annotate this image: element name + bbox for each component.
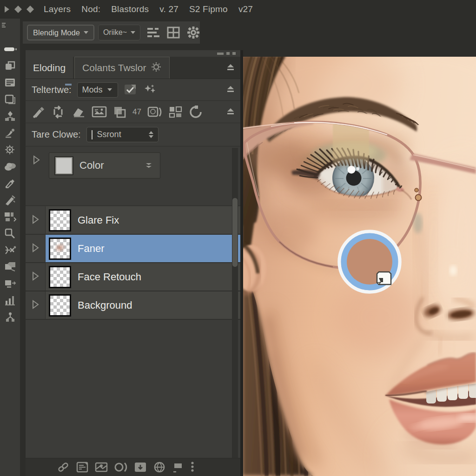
text-cursor [92, 130, 93, 139]
disclosure-triangle-icon[interactable] [31, 271, 40, 283]
color-button[interactable]: Color [49, 152, 160, 178]
blending-mode-button[interactable]: Blendig Mode [27, 25, 94, 40]
file-text-icon[interactable] [75, 461, 89, 473]
titlebar-item: v27 [238, 4, 253, 14]
grid-icon[interactable] [168, 106, 183, 119]
spinner-icon[interactable] [149, 131, 153, 138]
rail-menu-icon[interactable] [1, 22, 8, 28]
flag-icon[interactable] [172, 461, 185, 473]
layer-thumbnail[interactable] [49, 209, 71, 231]
application-window: Layers Nod: Blastords v. 27 S2 Fipmo v27… [0, 0, 476, 476]
eject-icon[interactable] [226, 107, 235, 117]
color-label: Color [79, 159, 104, 172]
disclosure-triangle-icon[interactable] [31, 243, 40, 255]
layer-name: Faner [78, 243, 104, 255]
gear-icon[interactable] [186, 26, 200, 40]
scrollbar[interactable] [232, 148, 238, 476]
layer-row[interactable]: Glare Fix [26, 206, 240, 235]
grid-panes-icon[interactable] [166, 26, 180, 39]
diamond-icon[interactable] [26, 5, 34, 13]
circle-paren-icon[interactable] [113, 461, 128, 473]
tab-colants-twslor[interactable]: Colants Twslor [74, 57, 170, 79]
color-swatch[interactable] [55, 157, 73, 174]
image-icon[interactable] [92, 106, 107, 118]
sparkle-icon[interactable] [143, 84, 157, 96]
titlebar-item[interactable]: S2 Fipmo [189, 4, 228, 14]
layers-panel: Eloding Colants Twslor Teltertwe: Mods 4… [26, 50, 240, 476]
loop-icon[interactable] [51, 105, 66, 119]
blend-row: Teltertwe: Mods [26, 79, 240, 101]
tool-zoom-box[interactable] [0, 225, 20, 241]
titlebar-item[interactable]: Layers [44, 4, 71, 14]
target-label: Tare Clowe: [32, 129, 81, 140]
tool-diamond-node[interactable] [0, 108, 20, 124]
scrollbar-thumb[interactable] [232, 198, 238, 267]
tools-row: 47 [26, 101, 240, 123]
disclosure-triangle-icon[interactable] [31, 299, 40, 311]
target-dropdown[interactable]: Ssront [86, 127, 159, 142]
tool-stack-filled[interactable] [0, 258, 20, 275]
panel-canvas-divider [240, 50, 243, 476]
tool-list-lines[interactable] [0, 74, 20, 91]
tool-flag-boxes[interactable] [0, 208, 20, 225]
layer-row[interactable]: Background [26, 291, 240, 320]
link-icon[interactable] [56, 461, 70, 473]
options-bar: Blendig Mode Oriike~ [23, 21, 200, 44]
play-icon[interactable] [4, 6, 10, 13]
glasses-nosepad [413, 213, 423, 233]
portrait-canvas [243, 57, 476, 476]
title-bar: Layers Nod: Blastords v. 27 S2 Fipmo v27 [0, 0, 476, 19]
mods-dropdown[interactable]: Mods [77, 82, 118, 98]
tool-pen-slash[interactable] [0, 192, 20, 208]
tool-layer-move[interactable] [0, 275, 20, 291]
tool-wand[interactable] [0, 125, 20, 141]
gear-icon [151, 61, 162, 75]
brush-icon[interactable] [31, 106, 45, 119]
mail-mask-icon[interactable] [94, 462, 108, 473]
chevron-down-icon [131, 31, 135, 34]
titlebar-item[interactable]: Blastords [111, 4, 149, 14]
titlebar-item: v. 27 [159, 4, 178, 14]
disclosure-triangle-icon[interactable] [31, 214, 40, 226]
layer-thumbnail[interactable] [49, 266, 71, 288]
layer-thumbnail[interactable] [49, 294, 71, 317]
checkbox-icon[interactable] [124, 84, 138, 96]
rotate-icon[interactable] [189, 105, 203, 119]
disclosure-triangle-icon[interactable] [32, 155, 40, 167]
badge-icon[interactable] [147, 106, 163, 119]
tool-marquee[interactable] [0, 91, 20, 107]
mode-select[interactable]: Oriike~ [98, 25, 140, 40]
sphere-icon[interactable] [152, 461, 166, 473]
tool-move-tool[interactable] [0, 41, 20, 57]
chevron-down-icon [84, 31, 88, 34]
layer-row[interactable]: Face Retouch [26, 263, 240, 291]
tab-eloding[interactable]: Eloding [26, 57, 73, 79]
tool-chart-bars[interactable] [0, 292, 20, 308]
window-controls[interactable] [217, 52, 236, 55]
sliders-icon[interactable] [146, 26, 160, 39]
layer-name: Background [78, 299, 132, 311]
tool-eyedropper[interactable] [0, 175, 20, 191]
tool-clouds[interactable] [0, 158, 20, 174]
chevron-down-icon [107, 88, 112, 91]
box-arrow-icon[interactable] [133, 461, 147, 473]
tool-gear-burst[interactable] [0, 141, 20, 158]
healing-brush-cursor[interactable] [339, 231, 400, 292]
eraser-icon[interactable] [71, 106, 86, 118]
document-icon [377, 272, 391, 284]
titlebar-item[interactable]: Nod: [81, 4, 100, 14]
panel-bottom-bar [26, 458, 240, 476]
target-row: Tare Clowe: Ssront [26, 123, 240, 146]
diamond-icon[interactable] [14, 5, 22, 13]
layer-row[interactable]: Faner [26, 235, 240, 263]
kebab-icon[interactable] [190, 461, 195, 474]
panel-tabs: Eloding Colants Twslor [26, 57, 240, 79]
eject-icon[interactable] [226, 63, 235, 73]
tool-tree-node[interactable] [0, 309, 20, 325]
image-canvas[interactable] [243, 57, 476, 476]
layer-thumbnail[interactable] [49, 238, 71, 260]
eject-icon[interactable] [226, 85, 235, 94]
tool-layers-copy[interactable] [0, 58, 20, 74]
tool-scissors[interactable] [0, 242, 20, 258]
copy-icon[interactable] [113, 106, 127, 119]
